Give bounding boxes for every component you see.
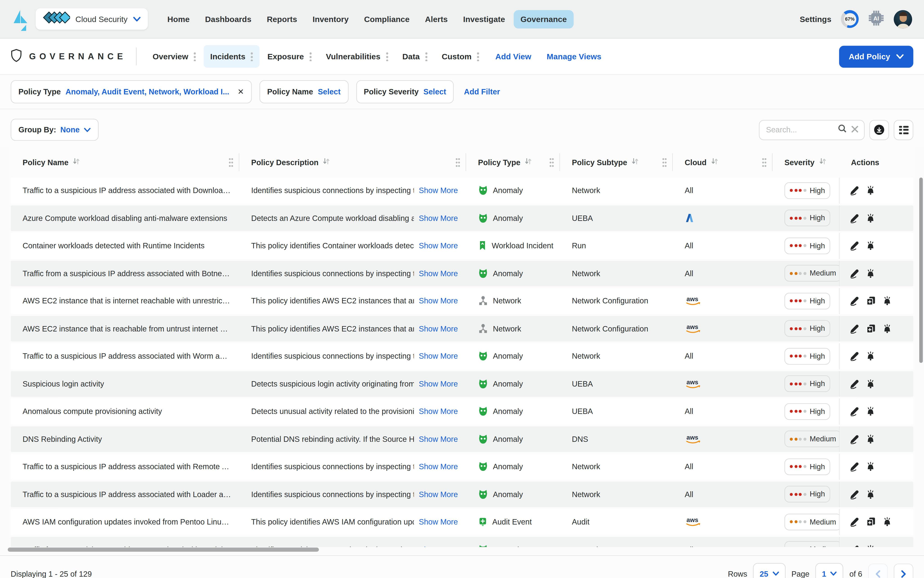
show-more-link[interactable]: Show More xyxy=(419,296,458,305)
download-button[interactable] xyxy=(869,120,889,140)
column-drag-handle-icon[interactable] xyxy=(229,157,233,167)
filter-value[interactable]: Select xyxy=(423,87,446,96)
edit-action-icon[interactable] xyxy=(849,379,859,389)
alarm-action-icon[interactable] xyxy=(866,351,875,361)
user-avatar[interactable] xyxy=(894,10,912,28)
edit-action-icon[interactable] xyxy=(849,461,859,472)
product-selector[interactable]: Cloud Security xyxy=(36,8,148,30)
alarm-action-icon[interactable] xyxy=(866,544,875,547)
show-more-link[interactable]: Show More xyxy=(419,186,458,195)
kebab-menu-icon[interactable] xyxy=(309,52,312,61)
alarm-action-icon[interactable] xyxy=(866,185,875,195)
show-more-link[interactable]: Show More xyxy=(419,462,458,471)
nav-item-dashboards[interactable]: Dashboards xyxy=(198,10,258,28)
edit-action-icon[interactable] xyxy=(849,406,859,416)
edit-action-icon[interactable] xyxy=(849,544,859,547)
settings-link[interactable]: Settings xyxy=(800,15,832,24)
alarm-action-icon[interactable] xyxy=(866,379,875,389)
clear-search-icon[interactable] xyxy=(851,125,859,135)
clone-action-icon[interactable] xyxy=(866,324,876,334)
group-by-button[interactable]: Group By: None xyxy=(11,119,99,141)
tab-overview[interactable]: Overview xyxy=(146,45,203,68)
nav-item-inventory[interactable]: Inventory xyxy=(306,10,355,28)
show-more-link[interactable]: Show More xyxy=(419,269,458,278)
show-more-link[interactable]: Show More xyxy=(419,407,458,416)
tab-incidents[interactable]: Incidents xyxy=(204,45,259,68)
nav-item-reports[interactable]: Reports xyxy=(260,10,303,28)
alarm-action-icon[interactable] xyxy=(866,268,875,278)
edit-action-icon[interactable] xyxy=(849,296,859,306)
ai-chip-icon[interactable]: AI xyxy=(868,10,884,28)
show-more-link[interactable]: Show More xyxy=(419,490,458,499)
show-more-link[interactable]: Show More xyxy=(419,324,458,333)
horizontal-scrollbar[interactable] xyxy=(8,548,319,552)
rows-per-page-select[interactable]: 25 xyxy=(753,563,786,578)
clone-action-icon[interactable] xyxy=(866,517,876,527)
tab-exposure[interactable]: Exposure xyxy=(261,45,318,68)
column-drag-handle-icon[interactable] xyxy=(762,157,767,167)
search-icon[interactable] xyxy=(838,124,847,135)
show-more-link[interactable]: Show More xyxy=(419,241,458,250)
alarm-action-icon[interactable] xyxy=(866,434,875,444)
nav-item-governance[interactable]: Governance xyxy=(514,10,573,28)
tab-data[interactable]: Data xyxy=(396,45,434,68)
progress-ring[interactable]: 67% xyxy=(841,10,859,28)
column-header-policy-subtype[interactable]: Policy Subtype xyxy=(560,153,673,171)
kebab-menu-icon[interactable] xyxy=(251,52,253,61)
alarm-action-icon[interactable] xyxy=(882,517,892,527)
add-policy-button[interactable]: Add Policy xyxy=(839,45,913,67)
alarm-action-icon[interactable] xyxy=(866,461,875,472)
alarm-action-icon[interactable] xyxy=(866,406,875,416)
filter-chip-policy-name[interactable]: Policy NameSelect xyxy=(259,80,348,103)
tab-custom[interactable]: Custom xyxy=(435,45,486,68)
sort-icon[interactable] xyxy=(711,157,718,167)
column-header-severity[interactable]: Severity xyxy=(773,153,839,171)
brand-logo-icon[interactable] xyxy=(12,7,30,31)
tab-vulnerabilities[interactable]: Vulnerabilities xyxy=(319,45,395,68)
kebab-menu-icon[interactable] xyxy=(386,52,388,61)
remove-filter-icon[interactable]: ✕ xyxy=(238,87,244,96)
add-view-link[interactable]: Add View xyxy=(495,52,531,61)
alarm-action-icon[interactable] xyxy=(866,489,875,499)
alarm-action-icon[interactable] xyxy=(866,241,875,251)
show-more-link[interactable]: Show More xyxy=(419,214,458,223)
sort-icon[interactable] xyxy=(323,157,330,167)
kebab-menu-icon[interactable] xyxy=(477,52,479,61)
previous-page-button[interactable] xyxy=(868,563,888,578)
sort-icon[interactable] xyxy=(524,157,532,167)
alarm-action-icon[interactable] xyxy=(882,324,892,334)
edit-action-icon[interactable] xyxy=(849,489,859,499)
edit-action-icon[interactable] xyxy=(849,213,859,223)
column-header-policy-name[interactable]: Policy Name xyxy=(11,153,239,171)
nav-item-investigate[interactable]: Investigate xyxy=(457,10,512,28)
edit-action-icon[interactable] xyxy=(849,324,859,334)
edit-action-icon[interactable] xyxy=(849,517,859,527)
edit-action-icon[interactable] xyxy=(849,185,859,195)
nav-item-compliance[interactable]: Compliance xyxy=(358,10,416,28)
show-more-link[interactable]: Show More xyxy=(419,379,458,388)
sort-icon[interactable] xyxy=(631,157,639,167)
edit-action-icon[interactable] xyxy=(849,241,859,251)
manage-views-link[interactable]: Manage Views xyxy=(547,52,601,61)
show-more-link[interactable]: Show More xyxy=(419,435,458,443)
next-page-button[interactable] xyxy=(894,563,913,578)
column-settings-button[interactable] xyxy=(894,120,913,140)
column-drag-handle-icon[interactable] xyxy=(549,157,554,167)
edit-action-icon[interactable] xyxy=(849,434,859,444)
column-header-policy-type[interactable]: Policy Type xyxy=(466,153,560,171)
filter-value[interactable]: Select xyxy=(318,87,340,96)
filter-chip-policy-type[interactable]: Policy TypeAnomaly, Audit Event, Network… xyxy=(11,80,252,103)
edit-action-icon[interactable] xyxy=(849,351,859,361)
show-more-link[interactable]: Show More xyxy=(419,352,458,361)
kebab-menu-icon[interactable] xyxy=(193,52,196,61)
kebab-menu-icon[interactable] xyxy=(425,52,428,61)
column-header-policy-description[interactable]: Policy Description xyxy=(239,153,466,171)
filter-chip-policy-severity[interactable]: Policy SeveritySelect xyxy=(356,80,454,103)
filter-value[interactable]: Anomaly, Audit Event, Network, Workload … xyxy=(65,87,229,96)
alarm-action-icon[interactable] xyxy=(882,296,892,306)
search-input[interactable] xyxy=(765,125,834,135)
column-drag-handle-icon[interactable] xyxy=(662,157,667,167)
sort-icon[interactable] xyxy=(73,157,80,167)
sort-icon[interactable] xyxy=(819,157,826,167)
nav-item-home[interactable]: Home xyxy=(161,10,196,28)
